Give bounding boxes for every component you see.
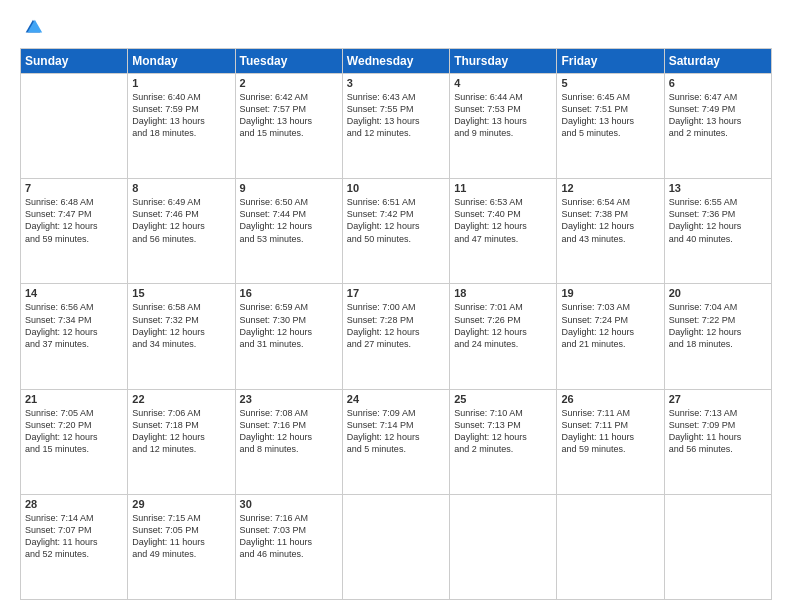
day-info: Sunrise: 7:14 AM Sunset: 7:07 PM Dayligh… <box>25 512 123 561</box>
day-info: Sunrise: 6:56 AM Sunset: 7:34 PM Dayligh… <box>25 301 123 350</box>
day-number: 23 <box>240 393 338 405</box>
calendar-cell: 20Sunrise: 7:04 AM Sunset: 7:22 PM Dayli… <box>664 284 771 389</box>
day-info: Sunrise: 6:54 AM Sunset: 7:38 PM Dayligh… <box>561 196 659 245</box>
calendar-cell: 30Sunrise: 7:16 AM Sunset: 7:03 PM Dayli… <box>235 494 342 599</box>
calendar-cell: 2Sunrise: 6:42 AM Sunset: 7:57 PM Daylig… <box>235 74 342 179</box>
day-number: 22 <box>132 393 230 405</box>
calendar-cell: 5Sunrise: 6:45 AM Sunset: 7:51 PM Daylig… <box>557 74 664 179</box>
calendar-cell <box>450 494 557 599</box>
weekday-header-wednesday: Wednesday <box>342 49 449 74</box>
day-number: 13 <box>669 182 767 194</box>
day-info: Sunrise: 6:58 AM Sunset: 7:32 PM Dayligh… <box>132 301 230 350</box>
day-info: Sunrise: 7:01 AM Sunset: 7:26 PM Dayligh… <box>454 301 552 350</box>
day-info: Sunrise: 6:45 AM Sunset: 7:51 PM Dayligh… <box>561 91 659 140</box>
day-number: 5 <box>561 77 659 89</box>
calendar-cell: 6Sunrise: 6:47 AM Sunset: 7:49 PM Daylig… <box>664 74 771 179</box>
day-number: 29 <box>132 498 230 510</box>
day-number: 28 <box>25 498 123 510</box>
day-number: 26 <box>561 393 659 405</box>
week-row-0: 1Sunrise: 6:40 AM Sunset: 7:59 PM Daylig… <box>21 74 772 179</box>
week-row-3: 21Sunrise: 7:05 AM Sunset: 7:20 PM Dayli… <box>21 389 772 494</box>
day-number: 24 <box>347 393 445 405</box>
header <box>20 16 772 40</box>
day-info: Sunrise: 6:49 AM Sunset: 7:46 PM Dayligh… <box>132 196 230 245</box>
calendar-cell: 4Sunrise: 6:44 AM Sunset: 7:53 PM Daylig… <box>450 74 557 179</box>
day-number: 18 <box>454 287 552 299</box>
day-number: 30 <box>240 498 338 510</box>
day-info: Sunrise: 7:06 AM Sunset: 7:18 PM Dayligh… <box>132 407 230 456</box>
calendar-cell: 8Sunrise: 6:49 AM Sunset: 7:46 PM Daylig… <box>128 179 235 284</box>
day-number: 20 <box>669 287 767 299</box>
day-number: 12 <box>561 182 659 194</box>
logo-icon <box>22 16 44 38</box>
day-number: 11 <box>454 182 552 194</box>
calendar-cell <box>664 494 771 599</box>
day-number: 27 <box>669 393 767 405</box>
day-info: Sunrise: 6:47 AM Sunset: 7:49 PM Dayligh… <box>669 91 767 140</box>
day-number: 8 <box>132 182 230 194</box>
day-info: Sunrise: 7:03 AM Sunset: 7:24 PM Dayligh… <box>561 301 659 350</box>
day-info: Sunrise: 6:43 AM Sunset: 7:55 PM Dayligh… <box>347 91 445 140</box>
day-info: Sunrise: 6:42 AM Sunset: 7:57 PM Dayligh… <box>240 91 338 140</box>
day-info: Sunrise: 7:00 AM Sunset: 7:28 PM Dayligh… <box>347 301 445 350</box>
calendar-cell: 17Sunrise: 7:00 AM Sunset: 7:28 PM Dayli… <box>342 284 449 389</box>
day-number: 6 <box>669 77 767 89</box>
weekday-header-tuesday: Tuesday <box>235 49 342 74</box>
day-number: 2 <box>240 77 338 89</box>
calendar-table: SundayMondayTuesdayWednesdayThursdayFrid… <box>20 48 772 600</box>
calendar-cell: 19Sunrise: 7:03 AM Sunset: 7:24 PM Dayli… <box>557 284 664 389</box>
day-number: 7 <box>25 182 123 194</box>
calendar-cell: 28Sunrise: 7:14 AM Sunset: 7:07 PM Dayli… <box>21 494 128 599</box>
day-info: Sunrise: 7:10 AM Sunset: 7:13 PM Dayligh… <box>454 407 552 456</box>
day-number: 17 <box>347 287 445 299</box>
logo <box>20 16 44 40</box>
calendar-cell: 1Sunrise: 6:40 AM Sunset: 7:59 PM Daylig… <box>128 74 235 179</box>
calendar-cell: 3Sunrise: 6:43 AM Sunset: 7:55 PM Daylig… <box>342 74 449 179</box>
calendar-cell: 21Sunrise: 7:05 AM Sunset: 7:20 PM Dayli… <box>21 389 128 494</box>
weekday-header-friday: Friday <box>557 49 664 74</box>
day-number: 14 <box>25 287 123 299</box>
day-number: 3 <box>347 77 445 89</box>
calendar-cell: 13Sunrise: 6:55 AM Sunset: 7:36 PM Dayli… <box>664 179 771 284</box>
day-info: Sunrise: 7:15 AM Sunset: 7:05 PM Dayligh… <box>132 512 230 561</box>
day-info: Sunrise: 7:04 AM Sunset: 7:22 PM Dayligh… <box>669 301 767 350</box>
calendar-cell <box>557 494 664 599</box>
day-number: 21 <box>25 393 123 405</box>
day-info: Sunrise: 7:09 AM Sunset: 7:14 PM Dayligh… <box>347 407 445 456</box>
day-info: Sunrise: 6:48 AM Sunset: 7:47 PM Dayligh… <box>25 196 123 245</box>
calendar-cell: 7Sunrise: 6:48 AM Sunset: 7:47 PM Daylig… <box>21 179 128 284</box>
day-number: 15 <box>132 287 230 299</box>
day-info: Sunrise: 6:44 AM Sunset: 7:53 PM Dayligh… <box>454 91 552 140</box>
day-info: Sunrise: 6:40 AM Sunset: 7:59 PM Dayligh… <box>132 91 230 140</box>
day-number: 1 <box>132 77 230 89</box>
calendar-cell: 29Sunrise: 7:15 AM Sunset: 7:05 PM Dayli… <box>128 494 235 599</box>
calendar-cell: 11Sunrise: 6:53 AM Sunset: 7:40 PM Dayli… <box>450 179 557 284</box>
calendar-cell <box>21 74 128 179</box>
week-row-4: 28Sunrise: 7:14 AM Sunset: 7:07 PM Dayli… <box>21 494 772 599</box>
day-number: 19 <box>561 287 659 299</box>
calendar-cell: 10Sunrise: 6:51 AM Sunset: 7:42 PM Dayli… <box>342 179 449 284</box>
day-info: Sunrise: 7:16 AM Sunset: 7:03 PM Dayligh… <box>240 512 338 561</box>
calendar-cell: 14Sunrise: 6:56 AM Sunset: 7:34 PM Dayli… <box>21 284 128 389</box>
calendar-cell: 27Sunrise: 7:13 AM Sunset: 7:09 PM Dayli… <box>664 389 771 494</box>
weekday-header-saturday: Saturday <box>664 49 771 74</box>
weekday-header-thursday: Thursday <box>450 49 557 74</box>
day-number: 10 <box>347 182 445 194</box>
calendar-cell: 22Sunrise: 7:06 AM Sunset: 7:18 PM Dayli… <box>128 389 235 494</box>
calendar-cell: 18Sunrise: 7:01 AM Sunset: 7:26 PM Dayli… <box>450 284 557 389</box>
day-info: Sunrise: 6:59 AM Sunset: 7:30 PM Dayligh… <box>240 301 338 350</box>
day-info: Sunrise: 7:13 AM Sunset: 7:09 PM Dayligh… <box>669 407 767 456</box>
weekday-header-monday: Monday <box>128 49 235 74</box>
day-info: Sunrise: 7:08 AM Sunset: 7:16 PM Dayligh… <box>240 407 338 456</box>
day-info: Sunrise: 6:55 AM Sunset: 7:36 PM Dayligh… <box>669 196 767 245</box>
week-row-1: 7Sunrise: 6:48 AM Sunset: 7:47 PM Daylig… <box>21 179 772 284</box>
day-number: 4 <box>454 77 552 89</box>
day-info: Sunrise: 7:05 AM Sunset: 7:20 PM Dayligh… <box>25 407 123 456</box>
day-info: Sunrise: 6:51 AM Sunset: 7:42 PM Dayligh… <box>347 196 445 245</box>
day-number: 25 <box>454 393 552 405</box>
calendar-cell <box>342 494 449 599</box>
calendar-cell: 16Sunrise: 6:59 AM Sunset: 7:30 PM Dayli… <box>235 284 342 389</box>
day-info: Sunrise: 7:11 AM Sunset: 7:11 PM Dayligh… <box>561 407 659 456</box>
page: SundayMondayTuesdayWednesdayThursdayFrid… <box>0 0 792 612</box>
calendar-cell: 26Sunrise: 7:11 AM Sunset: 7:11 PM Dayli… <box>557 389 664 494</box>
